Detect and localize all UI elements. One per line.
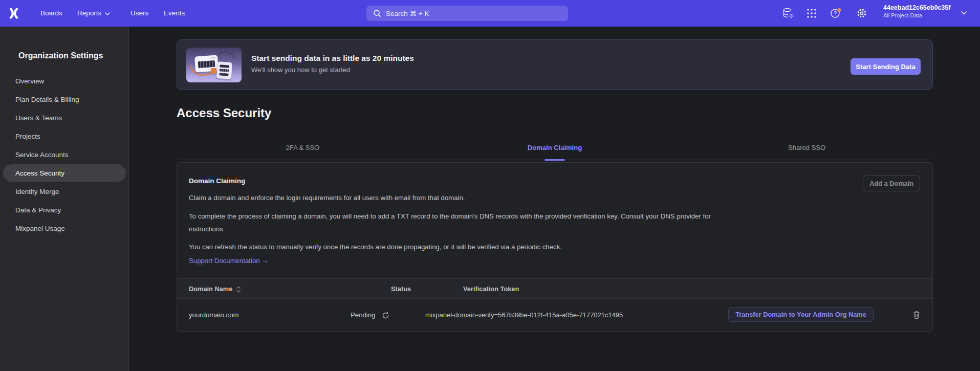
tab-domain-claiming[interactable]: Domain Claiming	[429, 136, 681, 160]
nav-item-boards[interactable]: Boards	[40, 0, 62, 27]
card-description-1: Claim a domain and enforce the login req…	[189, 191, 465, 204]
top-nav: Boards Reports Users Events Search ⌘ + K	[0, 0, 980, 27]
tab-shared-sso[interactable]: Shared SSO	[681, 136, 933, 160]
devices-illustration	[186, 48, 242, 82]
domain-name-header-label: Domain Name	[189, 279, 232, 299]
nav-item-reports[interactable]: Reports	[77, 0, 101, 27]
status-badge: Pending	[351, 299, 375, 332]
sidebar-item-projects[interactable]: Projects	[3, 127, 126, 145]
domain-claiming-card: Domain Claiming Add a Domain Claim a dom…	[177, 162, 933, 332]
domain-name-cell: yourdomain.com	[189, 299, 238, 332]
sidebar-item-mixpanel-usage[interactable]: Mixpanel Usage	[3, 220, 126, 237]
project-switcher[interactable]: 44eebad12c65eb0c35f All Project Data	[883, 4, 968, 24]
org-settings-sidebar: Organization Settings Overview Plan Deta…	[0, 27, 129, 371]
chevron-down-icon	[105, 12, 110, 15]
column-header-status: Status	[391, 279, 411, 299]
access-security-tabs: 2FA & SSO Domain Claiming Shared SSO	[177, 136, 933, 160]
card-title: Domain Claiming	[189, 177, 245, 185]
status-cell: Pending	[351, 299, 389, 332]
svg-text:?: ?	[834, 10, 837, 16]
sidebar-item-access-security[interactable]: Access Security	[3, 164, 126, 182]
mixpanel-logo-icon[interactable]	[7, 7, 20, 19]
nav-item-users[interactable]: Users	[130, 0, 148, 27]
page-title: Access Security	[177, 106, 271, 120]
add-domain-button[interactable]: Add a Domain	[863, 176, 920, 191]
table-row: yourdomain.com Pending mixpanel-domain-v…	[177, 299, 932, 332]
app-screen: Boards Reports Users Events Search ⌘ + K	[0, 0, 980, 371]
refresh-status-icon[interactable]	[382, 312, 389, 319]
card-description-3: You can refresh the status to manually v…	[189, 241, 562, 253]
sidebar-item-identity-merge[interactable]: Identity Merge	[3, 183, 126, 200]
card-description-2: To complete the process of claiming a do…	[189, 210, 734, 235]
sort-icon	[236, 286, 241, 293]
verification-token-cell: mixpanel-domain-verify=567b39be-012f-415…	[425, 299, 623, 332]
banner-title: Start sending data in as little as 20 mi…	[251, 54, 414, 63]
sidebar-item-users-teams[interactable]: Users & Teams	[3, 109, 126, 126]
sidebar-nav: Overview Plan Details & Billing Users & …	[0, 71, 129, 238]
sidebar-item-overview[interactable]: Overview	[3, 72, 126, 90]
table-header-row: Domain Name Status Verification Token	[177, 278, 932, 299]
search-placeholder: Search ⌘ + K	[386, 9, 429, 17]
support-documentation-link[interactable]: Support Documentation →	[189, 257, 268, 265]
notification-dot	[837, 8, 841, 12]
sidebar-item-service-accounts[interactable]: Service Accounts	[3, 146, 126, 163]
search-icon	[373, 9, 381, 17]
search-input[interactable]: Search ⌘ + K	[366, 6, 568, 21]
tab-2fa-sso[interactable]: 2FA & SSO	[177, 136, 429, 160]
column-header-verification-token: Verification Token	[463, 279, 519, 299]
apps-grid-icon[interactable]	[805, 7, 818, 19]
column-header-domain-name[interactable]: Domain Name	[189, 279, 241, 299]
sidebar-item-plan-details-billing[interactable]: Plan Details & Billing	[3, 91, 126, 108]
nav-item-events[interactable]: Events	[164, 0, 185, 27]
start-sending-data-button[interactable]: Start Sending Data	[851, 58, 921, 75]
settings-gear-icon[interactable]	[856, 7, 868, 19]
org-id: 44eebad12c65eb0c35f	[883, 4, 968, 12]
project-label: All Project Data	[883, 12, 968, 19]
banner-subtitle: We'll show you how to get started	[251, 66, 350, 74]
sidebar-item-data-privacy[interactable]: Data & Privacy	[3, 201, 126, 219]
chevron-down-icon	[961, 11, 967, 15]
sidebar-title: Organization Settings	[18, 51, 103, 60]
help-icon[interactable]: ?	[830, 7, 842, 19]
delete-domain-icon[interactable]	[912, 311, 921, 321]
data-connections-icon[interactable]	[782, 7, 794, 19]
onboarding-banner: Start sending data in as little as 20 mi…	[177, 39, 933, 90]
transfer-domain-button[interactable]: Transfer Domain to Your Admin Org Name	[728, 307, 874, 322]
